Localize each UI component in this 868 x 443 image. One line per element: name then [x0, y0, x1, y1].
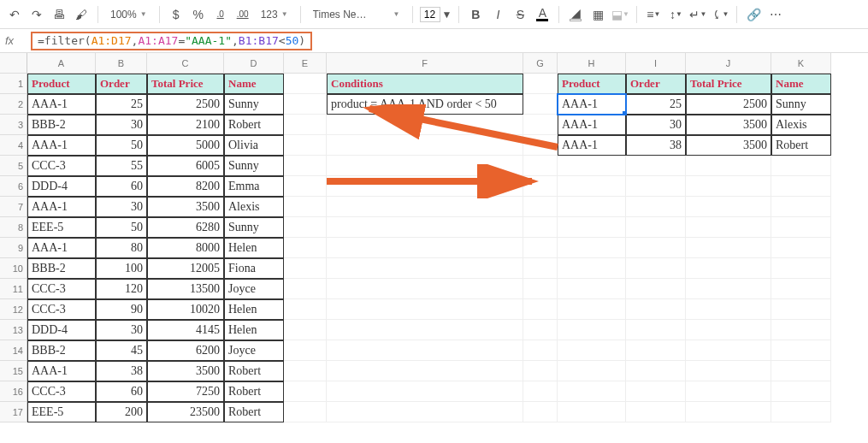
- cell[interactable]: [523, 279, 558, 299]
- column-header[interactable]: F: [327, 53, 523, 74]
- row-header[interactable]: 4: [0, 135, 27, 156]
- formula-input[interactable]: =filter(A1:D17,A1:A17="AAA-1",B1:B17<50): [31, 32, 312, 50]
- cell[interactable]: [558, 258, 626, 279]
- cell[interactable]: [327, 197, 523, 217]
- cell[interactable]: [284, 279, 327, 299]
- cell[interactable]: [327, 320, 523, 340]
- row-header[interactable]: 6: [0, 176, 27, 197]
- cell[interactable]: [523, 217, 558, 238]
- data-cell[interactable]: 30: [96, 197, 147, 217]
- data-cell[interactable]: DDD-4: [27, 320, 96, 340]
- cell[interactable]: [284, 217, 327, 238]
- cell[interactable]: [558, 361, 626, 381]
- select-all-corner[interactable]: [0, 53, 27, 74]
- cell[interactable]: [523, 258, 558, 279]
- increase-decimal-button[interactable]: .00: [233, 5, 252, 24]
- paint-format-icon[interactable]: 🖌: [72, 5, 91, 24]
- cell[interactable]: [686, 361, 771, 381]
- borders-button[interactable]: ▦: [588, 5, 607, 24]
- cell[interactable]: [523, 94, 558, 115]
- data-cell[interactable]: EEE-5: [27, 217, 96, 238]
- cell[interactable]: [284, 299, 327, 320]
- data-cell[interactable]: 6200: [147, 340, 224, 361]
- percent-button[interactable]: %: [189, 5, 208, 24]
- cell[interactable]: [771, 320, 831, 340]
- data-cell[interactable]: Joyce: [224, 340, 284, 361]
- cell[interactable]: [771, 156, 831, 176]
- fill-color-button[interactable]: ◢: [566, 5, 585, 24]
- cell[interactable]: [523, 135, 558, 156]
- column-header[interactable]: A: [27, 53, 96, 74]
- cell[interactable]: [686, 340, 771, 361]
- data-cell[interactable]: 55: [96, 156, 147, 176]
- text-wrap-button[interactable]: ↵▼: [688, 5, 707, 24]
- cell[interactable]: [771, 361, 831, 381]
- data-cell[interactable]: Helen: [224, 320, 284, 340]
- data-cell[interactable]: Sunny: [224, 156, 284, 176]
- data-cell[interactable]: 2100: [147, 115, 224, 135]
- cell[interactable]: [626, 238, 686, 258]
- data-cell[interactable]: 200: [96, 402, 147, 422]
- column-header[interactable]: I: [626, 53, 686, 74]
- cell[interactable]: [558, 176, 626, 197]
- data-cell[interactable]: BBB-2: [27, 258, 96, 279]
- data-cell[interactable]: 12005: [147, 258, 224, 279]
- row-header[interactable]: 2: [0, 94, 27, 115]
- cell[interactable]: [523, 115, 558, 135]
- data-cell[interactable]: CCC-3: [27, 279, 96, 299]
- cell[interactable]: [523, 402, 558, 422]
- data-cell[interactable]: Helen: [224, 238, 284, 258]
- data-cell[interactable]: AAA-1: [558, 115, 626, 135]
- cell[interactable]: [284, 135, 327, 156]
- cell[interactable]: [771, 176, 831, 197]
- data-cell[interactable]: 60: [96, 381, 147, 402]
- cell[interactable]: [626, 156, 686, 176]
- header-cell[interactable]: Total Price: [147, 74, 224, 94]
- cell[interactable]: [686, 156, 771, 176]
- header-cell[interactable]: Order: [96, 74, 147, 94]
- row-header[interactable]: 14: [0, 340, 27, 361]
- cell[interactable]: [626, 197, 686, 217]
- bold-button[interactable]: B: [466, 5, 485, 24]
- fx-icon[interactable]: fx: [5, 34, 31, 47]
- cell[interactable]: [284, 156, 327, 176]
- cell[interactable]: [771, 299, 831, 320]
- row-header[interactable]: 8: [0, 217, 27, 238]
- redo-icon[interactable]: ↷: [27, 5, 46, 24]
- row-header[interactable]: 13: [0, 320, 27, 340]
- data-cell[interactable]: AAA-1: [558, 94, 626, 115]
- cell[interactable]: [686, 381, 771, 402]
- data-cell[interactable]: 6280: [147, 217, 224, 238]
- cell[interactable]: [558, 238, 626, 258]
- cell[interactable]: [327, 279, 523, 299]
- data-cell[interactable]: 80: [96, 238, 147, 258]
- cell[interactable]: [523, 74, 558, 94]
- cell[interactable]: [626, 258, 686, 279]
- data-cell[interactable]: Robert: [224, 115, 284, 135]
- cell[interactable]: [284, 74, 327, 94]
- chevron-down-icon[interactable]: ▼: [442, 9, 452, 21]
- data-cell[interactable]: AAA-1: [27, 238, 96, 258]
- column-header[interactable]: C: [147, 53, 224, 74]
- cells-area[interactable]: ProductOrderTotal PriceNameConditionsPro…: [27, 74, 868, 422]
- cell[interactable]: [327, 402, 523, 422]
- cell[interactable]: [686, 238, 771, 258]
- cell[interactable]: [327, 238, 523, 258]
- column-header[interactable]: E: [284, 53, 327, 74]
- text-rotation-button[interactable]: ⤹▼: [711, 5, 729, 24]
- data-cell[interactable]: 45: [96, 340, 147, 361]
- cell[interactable]: [686, 176, 771, 197]
- header-cell[interactable]: Name: [771, 74, 831, 94]
- data-cell[interactable]: product = AAA-1 AND order < 50: [327, 94, 523, 115]
- cell[interactable]: [327, 135, 523, 156]
- cell[interactable]: [686, 197, 771, 217]
- data-cell[interactable]: 120: [96, 279, 147, 299]
- data-cell[interactable]: 4145: [147, 320, 224, 340]
- cell[interactable]: [686, 402, 771, 422]
- row-header[interactable]: 15: [0, 361, 27, 381]
- data-cell[interactable]: 3500: [686, 135, 771, 156]
- cell[interactable]: [558, 279, 626, 299]
- cell[interactable]: [558, 217, 626, 238]
- cell[interactable]: [327, 340, 523, 361]
- data-cell[interactable]: 30: [626, 115, 686, 135]
